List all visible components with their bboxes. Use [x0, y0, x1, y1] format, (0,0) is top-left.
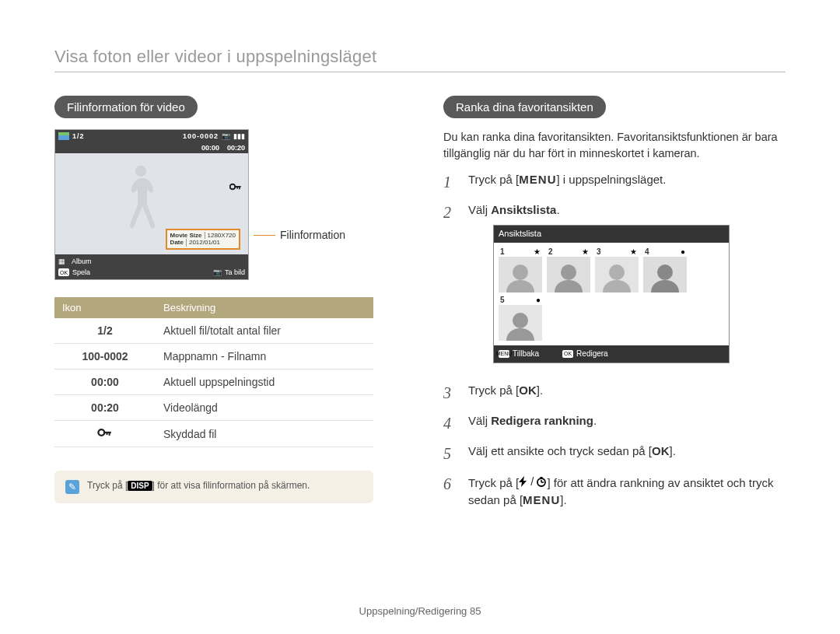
face-slot-4: 4●	[643, 249, 687, 292]
svg-point-17	[513, 313, 528, 328]
album-label: Album	[72, 257, 92, 265]
file-info-popup: Movie Size1280X720 Date2012/01/01	[166, 229, 240, 250]
mode-icon: 📷	[222, 132, 230, 140]
intro-paragraph: Du kan ranka dina favoritansikten. Favor…	[443, 129, 786, 162]
table-head-desc: Beskrivning	[156, 297, 373, 318]
lock-icon	[229, 181, 242, 194]
svg-point-4	[98, 429, 104, 436]
thumbnail-icon	[58, 132, 69, 140]
menu-badge-small: MENU	[499, 350, 509, 358]
ok-badge: OK	[58, 268, 69, 276]
elapsed-time: 00:00	[201, 144, 219, 152]
svg-rect-6	[109, 433, 110, 436]
total-time: 00:20	[227, 144, 245, 152]
section-pill-video-info: Filinformation för video	[54, 96, 198, 118]
ok-badge: OK	[652, 444, 670, 457]
tip-box: ✎ Tryck på [DISP] för att visa filinform…	[54, 471, 373, 503]
face-slot-3: 3★	[595, 249, 639, 292]
svg-rect-7	[107, 433, 108, 435]
capture-icon: 📷	[213, 268, 222, 276]
table-row: 1/2Aktuell fil/totalt antal filer	[54, 318, 373, 344]
page-title: Visa foton eller videor i uppspelningslä…	[54, 47, 786, 72]
face-panel-title: Ansiktslista	[494, 226, 729, 243]
star-icon: ★	[582, 247, 589, 258]
star-icon: ★	[630, 247, 637, 258]
svg-point-9	[513, 264, 528, 280]
folder-filename-label: 100-0002	[183, 132, 219, 140]
disp-badge: DISP	[128, 481, 152, 491]
section-pill-rank-faces: Ranka dina favoritansikten	[443, 96, 606, 118]
dot-icon: ●	[681, 247, 685, 258]
step-4: Välj Redigera rankning.	[443, 412, 786, 435]
face-list-panel: Ansiktslista 1★ 2★ 3★	[493, 225, 730, 363]
timer-icon	[536, 476, 547, 487]
table-row: 00:00Aktuell uppspelningstid	[54, 370, 373, 395]
page-footer: Uppspelning/Redigering 85	[0, 605, 840, 617]
face-slot-2: 2★	[547, 249, 590, 292]
back-label: Tillbaka	[513, 349, 539, 360]
video-silhouette	[117, 159, 164, 245]
svg-point-13	[609, 264, 625, 280]
callout-fileinfo: Filinformation	[254, 229, 345, 241]
svg-rect-3	[236, 187, 238, 189]
album-icon: ▦	[58, 257, 65, 265]
menu-badge: MENU	[519, 173, 556, 186]
svg-rect-19	[541, 477, 543, 478]
battery-icon: ▮▮▮	[233, 132, 245, 140]
table-head-icon: Ikon	[54, 297, 156, 318]
svg-point-0	[230, 184, 236, 190]
svg-point-15	[657, 264, 673, 280]
svg-rect-2	[239, 187, 240, 190]
step-5: Välj ett ansikte och tryck sedan på [OK]…	[443, 443, 786, 465]
lock-icon-cell	[54, 421, 156, 447]
table-row: 100-0002Mappnamn - Filnamn	[54, 344, 373, 370]
star-icon: ★	[534, 247, 541, 258]
edit-label: Redigera	[576, 349, 608, 360]
table-row: 00:20Videolängd	[54, 395, 373, 421]
step-2: Välj Ansiktslista. Ansiktslista 1★ 2★	[443, 201, 786, 374]
flash-timer-icons: /	[519, 473, 547, 490]
menu-badge: MENU	[523, 493, 560, 506]
step-3: Tryck på [OK].	[443, 382, 786, 405]
svg-point-11	[561, 264, 576, 280]
tip-icon: ✎	[65, 480, 79, 494]
capture-label: Ta bild	[225, 268, 245, 276]
table-row: Skyddad fil	[54, 421, 373, 447]
file-counter: 1/2	[72, 132, 85, 140]
ok-badge-small: OK	[562, 350, 573, 358]
step-6: Tryck på [ / ] för att ändra rankning av…	[443, 473, 786, 508]
flash-icon	[519, 476, 528, 487]
dot-icon: ●	[536, 295, 541, 306]
face-slot-1: 1★	[499, 249, 542, 292]
face-slot-5: 5●	[499, 297, 542, 341]
video-preview-screen: 1/2 100-0002 📷 ▮▮▮ 00:00 00:20	[54, 129, 249, 280]
icon-description-table: Ikon Beskrivning 1/2Aktuell fil/totalt a…	[54, 297, 373, 447]
step-1: Tryck på [MENU] i uppspelningsläget.	[443, 171, 786, 194]
ok-badge: OK	[519, 384, 537, 397]
play-label: Spela	[72, 268, 90, 276]
